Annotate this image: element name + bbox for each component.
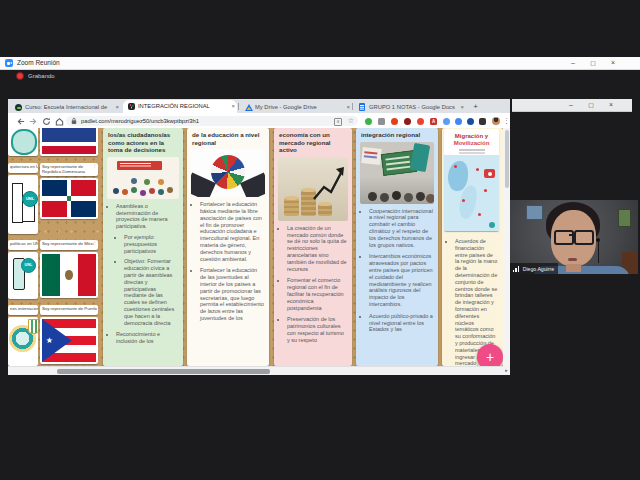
wall-picture-frame (526, 205, 543, 220)
back-icon[interactable] (16, 117, 25, 126)
tab-docs[interactable]: GRUPO 1 NOTAS - Google Docs × (354, 101, 466, 113)
padlet-post-education[interactable]: de la educación a nivel regional Fortale… (187, 128, 269, 366)
address-bar[interactable]: padlet.com/msrodriguez50/uncb3kwptbpzi3h… (66, 116, 358, 126)
close-tab-icon[interactable]: × (346, 101, 350, 113)
red-banner-icon (117, 161, 162, 170)
scrollbar-thumb[interactable] (57, 369, 270, 374)
participant-name: Diego Aguirre (523, 266, 554, 272)
tab-campus[interactable]: Curso: Escuela Internacional de × (10, 101, 121, 113)
bullet-item: Reconocimiento e inclusión de los (116, 331, 178, 345)
extension-red2-icon[interactable] (417, 118, 424, 125)
post-menu-icon[interactable]: ⋮ (93, 241, 98, 245)
post-menu-icon[interactable]: ⋮ (93, 164, 98, 168)
coin-stack-icon (318, 204, 332, 216)
tab-divider (238, 103, 239, 110)
bg-close-button[interactable]: × (604, 99, 618, 111)
glasses-icon (554, 230, 594, 242)
background-window-titlebar: – ▢ × (512, 99, 632, 112)
extension-darkred-icon[interactable] (404, 118, 411, 125)
padlet-post-citizens[interactable]: los/as ciudadanos/as como actores en la … (103, 128, 183, 366)
google-docs-icon (359, 103, 365, 111)
extension-gray-icon[interactable] (378, 118, 385, 125)
bullet-item: Fortalecer la educación básica mediante … (200, 201, 264, 262)
unl-post-image-politics[interactable]: UNL (8, 252, 38, 299)
translate-icon[interactable]: a (334, 118, 342, 126)
zoom-titlebar[interactable]: Zoom Reunión – ▢ × (0, 57, 640, 70)
browser-window: Curso: Escuela Internacional de × INTEGR… (8, 99, 510, 375)
flag-post-mexico[interactable] (40, 252, 98, 298)
extension-blue-icon[interactable] (455, 118, 462, 125)
audio-signal-icon (513, 266, 520, 272)
home-icon[interactable] (55, 117, 64, 126)
new-tab-button[interactable]: + (470, 101, 481, 112)
minimize-button[interactable]: – (566, 57, 580, 69)
unl-post-image-top[interactable] (8, 128, 38, 156)
bg-maximize-button[interactable]: ▢ (584, 99, 598, 111)
unl-post-header[interactable]: políticas en UNL (8, 240, 38, 250)
poster-title: Movilización (444, 140, 499, 147)
close-button[interactable]: × (606, 57, 620, 69)
post-title: los/as ciudadanos/as como actores en la … (103, 128, 183, 156)
maximize-button[interactable]: ▢ (586, 57, 600, 69)
padlet-post-economy[interactable]: economía con un mercado regional activo … (274, 128, 352, 366)
padlet-post-integration[interactable]: integración regional Cooperación interna… (356, 128, 438, 366)
vertical-scrollbar[interactable] (503, 128, 510, 366)
unl-post-header[interactable]: quitectura en UNL (8, 163, 38, 173)
bookmark-star-icon[interactable]: ☆ (348, 116, 354, 126)
bullet-item: Fomentar el comercio regional con el fin… (287, 277, 347, 311)
profile-avatar[interactable] (492, 117, 500, 125)
person-neck (566, 264, 581, 272)
close-tab-icon[interactable]: × (115, 101, 119, 113)
poster-title: Migración y (444, 133, 499, 140)
post-title: integración regional (356, 128, 438, 141)
browser-menu-icon[interactable]: ⋮ (503, 115, 510, 126)
flag-post-puertorico[interactable]: ★ (40, 317, 98, 364)
extension-darkblue-icon[interactable] (467, 118, 474, 125)
puerto-rico-flag: ★ (42, 319, 96, 362)
forward-icon[interactable] (29, 117, 38, 126)
unl-badge: UNL (22, 191, 38, 207)
flag-post-header-dr[interactable]: Soy representante de República Dominican… (40, 163, 98, 176)
extension-red-icon[interactable] (391, 118, 398, 125)
zoom-app-icon (5, 59, 13, 67)
scrollbar-thumb[interactable] (505, 130, 509, 188)
scroll-right-arrow[interactable]: ▸ (503, 366, 510, 375)
horizontal-scrollbar[interactable] (8, 366, 503, 375)
reload-icon[interactable] (42, 117, 51, 126)
tab-padlet-active[interactable]: INTEGRACIÓN REGIONAL × (123, 100, 237, 113)
flag-post-partial[interactable] (40, 128, 98, 156)
flag-post-header-mexico[interactable]: Soy representante de Méxi ⋮ (40, 240, 98, 250)
flag-post-header-puertorico[interactable]: Soy representante de Puerto Ri ⋮ (40, 305, 98, 315)
adobe-acrobat-icon[interactable]: A (430, 118, 437, 125)
close-tab-icon[interactable]: × (231, 100, 235, 112)
close-tab-icon[interactable]: × (460, 101, 464, 113)
post-bullets: Cooperación internacional a nivel region… (356, 208, 438, 334)
campus-virtual-icon (15, 104, 22, 111)
wall-picture-frame (618, 209, 631, 227)
unl-post-header[interactable]: nes internacionales (8, 305, 38, 315)
tab-drive[interactable]: My Drive - Google Drive × (240, 101, 352, 113)
extension-arrow-icon[interactable] (479, 118, 486, 125)
bg-minimize-button[interactable]: – (564, 99, 578, 111)
bullet-item: Acuerdo público-privado a nivel regional… (369, 313, 433, 333)
coins-chart-image (278, 157, 348, 221)
url-text: padlet.com/msrodriguez50/uncb3kwptbpzi3h… (81, 116, 199, 126)
flag-post-dominican-republic[interactable] (40, 178, 98, 219)
passport-icon (484, 169, 495, 178)
tab-strip: Curso: Escuela Internacional de × INTEGR… (8, 99, 510, 113)
participant-name-tag: Diego Aguirre (510, 263, 558, 274)
shield-icon (28, 319, 38, 334)
person-mouth (568, 258, 577, 261)
unl-post-image-architecture[interactable]: UNL (8, 175, 38, 234)
unl-post-image-international[interactable] (8, 317, 38, 366)
post-menu-icon[interactable]: ⋮ (93, 306, 98, 310)
padlet-post-migration[interactable]: Migración y Movilización Acuerdos de fin… (442, 128, 503, 366)
cloud-icon[interactable] (443, 118, 450, 125)
post-title: de la educación a nivel regional (187, 128, 269, 148)
post-bullets: La creación de un mercado común donde se… (274, 225, 352, 344)
padlet-board: quitectura en UNL UNL políticas en UNL U… (8, 128, 510, 375)
extension-green-icon[interactable] (365, 118, 372, 125)
mexico-flag (42, 254, 96, 296)
lock-icon (71, 117, 77, 125)
post-title: economía con un mercado regional activo (274, 128, 352, 156)
